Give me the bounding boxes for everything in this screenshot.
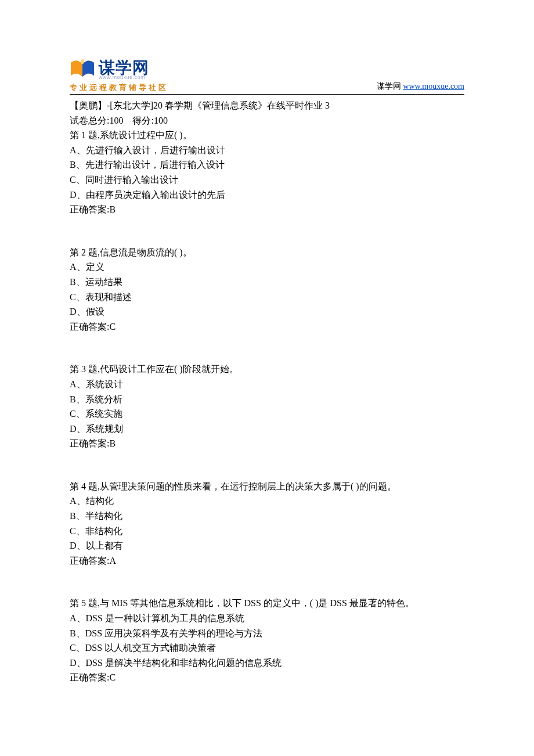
question-answer: 正确答案:A (70, 553, 464, 568)
question-option: C、同时进行输入输出设计 (70, 172, 464, 188)
question-option: B、系统分析 (70, 392, 464, 407)
question-option: D、由程序员决定输入输出设计的先后 (70, 188, 464, 203)
question-option: D、以上都有 (70, 538, 464, 553)
question-answer: 正确答案:B (70, 202, 464, 217)
brand-tagline: 专业远程教育辅导社区 (70, 83, 168, 93)
brand-url-small: www.mouxue.com (99, 75, 149, 80)
question-stem: 第 4 题,从管理决策问题的性质来看，在运行控制层上的决策大多属于( )的问题。 (70, 479, 464, 494)
question-option: C、表现和描述 (70, 290, 464, 305)
question-option: B、半结构化 (70, 509, 464, 524)
question-3: 第 3 题,代码设计工作应在( )阶段就开始。 A、系统设计 B、系统分析 C、… (70, 362, 464, 451)
question-stem: 第 1 题,系统设计过程中应( )。 (70, 128, 464, 143)
header-right: 谋学网 www.mouxue.com (377, 81, 464, 93)
question-option: D、假设 (70, 304, 464, 319)
logo-block: 谋学网 www.mouxue.com 专业远程教育辅导社区 (70, 58, 168, 93)
question-1: 第 1 题,系统设计过程中应( )。 A、先进行输入设计，后进行输出设计 B、先… (70, 128, 464, 217)
exam-title: 【奥鹏】-[东北大学]20 春学期《管理信息系统》在线平时作业 3 (70, 98, 464, 113)
question-option: D、DSS 是解决半结构化和非结构化问题的信息系统 (70, 656, 464, 671)
question-option: B、先进行输出设计，后进行输入设计 (70, 157, 464, 172)
question-4: 第 4 题,从管理决策问题的性质来看，在运行控制层上的决策大多属于( )的问题。… (70, 479, 464, 568)
question-stem: 第 3 题,代码设计工作应在( )阶段就开始。 (70, 362, 464, 377)
exam-score-line: 试卷总分:100 得分:100 (70, 113, 464, 128)
content: 【奥鹏】-[东北大学]20 春学期《管理信息系统》在线平时作业 3 试卷总分:1… (70, 98, 464, 685)
question-2: 第 2 题,信息流是物质流的( )。 A、定义 B、运动结果 C、表现和描述 D… (70, 245, 464, 334)
book-icon (70, 58, 95, 81)
question-stem: 第 5 题,与 MIS 等其他信息系统相比，以下 DSS 的定义中，( )是 D… (70, 596, 464, 611)
question-answer: 正确答案:B (70, 436, 464, 451)
svg-point-0 (81, 59, 84, 64)
question-option: D、系统规划 (70, 422, 464, 437)
header-right-label: 谋学网 (377, 82, 401, 91)
question-option: C、DSS 以人机交互方式辅助决策者 (70, 640, 464, 656)
question-stem: 第 2 题,信息流是物质流的( )。 (70, 245, 464, 260)
question-option: A、先进行输入设计，后进行输出设计 (70, 143, 464, 158)
question-option: C、系统实施 (70, 406, 464, 422)
question-option: A、系统设计 (70, 377, 464, 392)
question-answer: 正确答案:C (70, 319, 464, 334)
question-option: A、定义 (70, 260, 464, 275)
brand-title: 谋学网 (99, 59, 149, 76)
header-link[interactable]: www.mouxue.com (403, 82, 464, 91)
question-option: C、非结构化 (70, 524, 464, 539)
question-option: A、DSS 是一种以计算机为工具的信息系统 (70, 611, 464, 626)
header: 谋学网 www.mouxue.com 专业远程教育辅导社区 谋学网 www.mo… (70, 58, 464, 95)
question-option: B、运动结果 (70, 275, 464, 290)
question-option: B、DSS 应用决策科学及有关学科的理论与方法 (70, 626, 464, 641)
question-option: A、结构化 (70, 494, 464, 509)
question-5: 第 5 题,与 MIS 等其他信息系统相比，以下 DSS 的定义中，( )是 D… (70, 596, 464, 685)
question-answer: 正确答案:C (70, 670, 464, 685)
